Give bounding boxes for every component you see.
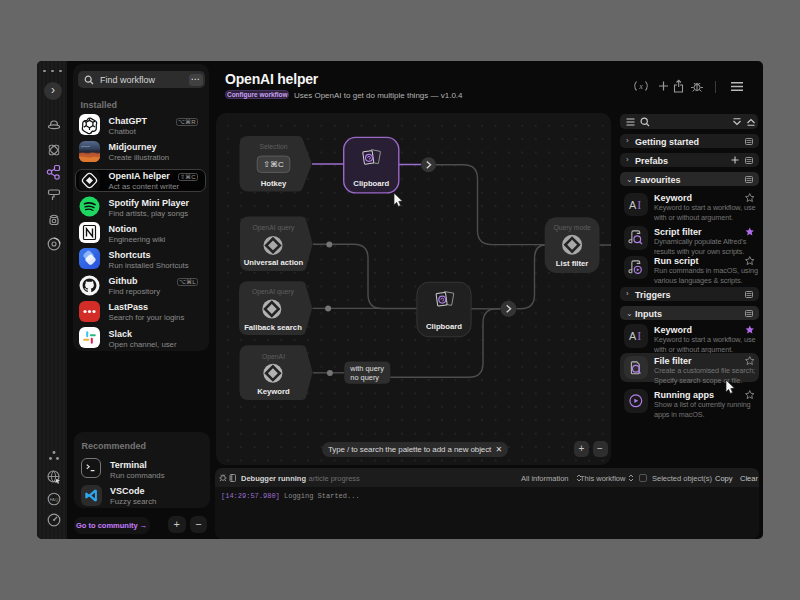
svg-text:OpenAI query: OpenAI query (252, 225, 295, 233)
svg-text:OpenAI query: OpenAI query (252, 288, 295, 296)
svg-text:I: I (637, 198, 641, 212)
svg-text:OpenAI: OpenAI (261, 353, 284, 361)
svg-text:Selection: Selection (259, 144, 287, 151)
svg-text:A: A (629, 330, 637, 342)
svg-text:Clipboard: Clipboard (426, 322, 462, 331)
svg-text:I: I (637, 330, 641, 344)
svg-text:⇧⌘C: ⇧⌘C (263, 161, 284, 170)
svg-text:with query: with query (349, 364, 384, 373)
svg-text:A: A (629, 198, 637, 210)
svg-text:FAQ: FAQ (49, 497, 58, 502)
svg-text:x: x (638, 82, 643, 91)
svg-text:Universal action: Universal action (243, 258, 303, 267)
svg-text:Hotkey: Hotkey (260, 180, 286, 189)
svg-text:List filter: List filter (555, 259, 587, 268)
svg-text:Query mode: Query mode (553, 224, 591, 232)
svg-text:Clipboard: Clipboard (353, 179, 389, 188)
svg-text:Fallback search: Fallback search (244, 323, 302, 332)
svg-text:no query: no query (350, 374, 379, 383)
svg-text:Keyword: Keyword (257, 387, 290, 396)
